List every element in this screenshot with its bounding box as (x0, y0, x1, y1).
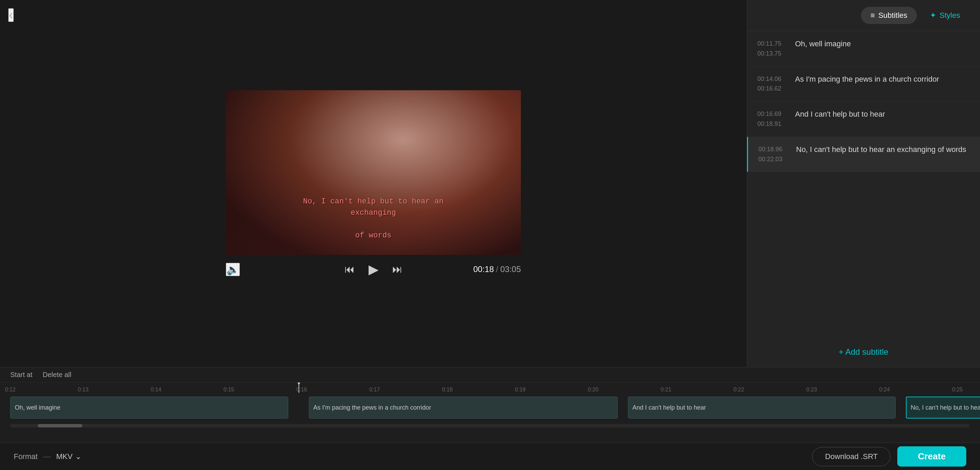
ruler-mark-9: 0:21 (660, 387, 671, 393)
format-select[interactable]: MKV ⌄ (56, 452, 82, 461)
ruler-mark-10: 0:22 (733, 387, 744, 393)
subtitle-text-2: As I'm pacing the pews in a church corri… (795, 74, 939, 85)
subtitle-time-3: 00:16.69 00:18.91 (757, 109, 788, 129)
scrollbar-thumb[interactable] (38, 424, 82, 427)
ruler-mark-2: 0:14 (151, 387, 161, 393)
video-controls: 🔈 ⏮ ▶ ⏭ 00:18/03:05 (226, 262, 521, 277)
ruler-mark-7: 0:19 (515, 387, 526, 393)
subtitle-text-1: Oh, well imagine (795, 39, 851, 49)
ruler-marks: 0:120:130:140:150:160:170:180:190:200:21… (10, 383, 970, 393)
ruler-mark-13: 0:25 (952, 387, 963, 393)
add-subtitle-button[interactable]: + Add subtitle (747, 337, 980, 367)
ruler-mark-6: 0:18 (442, 387, 453, 393)
back-button[interactable]: ‹ (8, 8, 14, 22)
subtitle-time-4: 00:18.96 00:22.03 (758, 144, 789, 164)
ruler-mark-12: 0:24 (879, 387, 890, 393)
video-player: No, I can't help but to hear an exchangi… (226, 90, 521, 255)
tab-subtitles[interactable]: ≡ Subtitles (861, 7, 917, 24)
subtitle-text-3: And I can't help but to hear (795, 109, 885, 120)
ruler-mark-8: 0:20 (588, 387, 598, 393)
format-value: MKV (56, 452, 73, 461)
playback-controls: ⏮ ▶ ⏭ (345, 262, 402, 277)
total-time: 03:05 (500, 265, 521, 274)
play-button[interactable]: ▶ (369, 262, 379, 277)
create-button[interactable]: Create (897, 446, 966, 467)
playhead[interactable] (299, 383, 299, 393)
format-dash: — (43, 452, 51, 461)
timeline-ruler: 0:120:130:140:150:160:170:180:190:200:21… (0, 383, 980, 393)
subtitles-tab-label: Subtitles (878, 11, 907, 20)
timeline-track: Oh, well imagineAs I'm pacing the pews i… (10, 395, 970, 419)
subtitle-item-2[interactable]: 00:14.06 00:16.62 As I'm pacing the pews… (747, 67, 980, 102)
time-display: 00:18/03:05 (473, 265, 521, 274)
panel-tabs: ≡ Subtitles ✦ Styles (747, 0, 980, 31)
volume-button[interactable]: 🔈 (226, 263, 240, 276)
current-time: 00:18 (473, 265, 494, 274)
add-subtitle-label: + Add subtitle (838, 347, 888, 357)
format-chevron-icon: ⌄ (75, 452, 81, 461)
timeline-area: Start at Delete all 0:120:130:140:150:16… (0, 367, 980, 443)
subtitle-time-2: 00:14.06 00:16.62 (757, 74, 788, 94)
tab-styles[interactable]: ✦ Styles (920, 7, 970, 24)
timeline-header: Start at Delete all (0, 367, 980, 383)
skip-forward-button[interactable]: ⏭ (392, 264, 402, 275)
subtitle-item-3[interactable]: 00:16.69 00:18.91 And I can't help but t… (747, 102, 980, 137)
subtitles-icon: ≡ (870, 11, 875, 20)
timeline-scrollbar[interactable] (10, 424, 970, 427)
skip-back-button[interactable]: ⏮ (345, 264, 355, 275)
subtitle-text-4: No, I can't help but to hear an exchangi… (796, 144, 966, 155)
ruler-mark-3: 0:15 (223, 387, 234, 393)
styles-tab-label: Styles (940, 11, 960, 20)
subtitle-item-1[interactable]: 00:11.75 00:13.75 Oh, well imagine (747, 31, 980, 67)
time-separator: / (496, 265, 498, 274)
ruler-mark-11: 0:23 (807, 387, 817, 393)
format-label: Format (14, 452, 38, 461)
timeline-clip-3[interactable]: No, I can't help but to hear an exchangi… (906, 397, 980, 419)
ruler-mark-0: 0:12 (5, 387, 16, 393)
timeline-clip-0[interactable]: Oh, well imagine (10, 397, 288, 419)
subtitles-list: 00:11.75 00:13.75 Oh, well imagine 00:14… (747, 31, 980, 337)
subtitle-time-1: 00:11.75 00:13.75 (757, 39, 788, 59)
bottom-bar: Format — MKV ⌄ Download .SRT Create (0, 443, 980, 470)
download-srt-button[interactable]: Download .SRT (812, 447, 891, 466)
left-panel: ‹ No, I can't help but to hear an exchan… (0, 0, 747, 367)
subtitle-text-line1: No, I can't help but to hear an exchangi… (303, 197, 443, 217)
subtitle-text-line2: of words (355, 231, 391, 240)
timeline-clip-1[interactable]: As I'm pacing the pews in a church corri… (309, 397, 618, 419)
right-panel: ≡ Subtitles ✦ Styles 00:11.75 00:13.75 O… (747, 0, 980, 367)
start-at-button[interactable]: Start at (10, 371, 32, 379)
timeline-clip-2[interactable]: And I can't help but to hear (628, 397, 896, 419)
bottom-actions: Download .SRT Create (812, 446, 966, 467)
subtitle-item-4[interactable]: 00:18.96 00:22.03 No, I can't help but t… (747, 137, 980, 172)
ruler-mark-5: 0:17 (369, 387, 380, 393)
ruler-mark-4: 0:16 (296, 387, 307, 393)
styles-icon: ✦ (930, 11, 936, 20)
format-selector: Format — MKV ⌄ (14, 452, 81, 461)
subtitle-overlay: No, I can't help but to hear an exchangi… (299, 184, 447, 241)
delete-all-button[interactable]: Delete all (43, 371, 71, 379)
timeline-tracks: Oh, well imagineAs I'm pacing the pews i… (0, 393, 980, 422)
ruler-mark-1: 0:13 (78, 387, 89, 393)
